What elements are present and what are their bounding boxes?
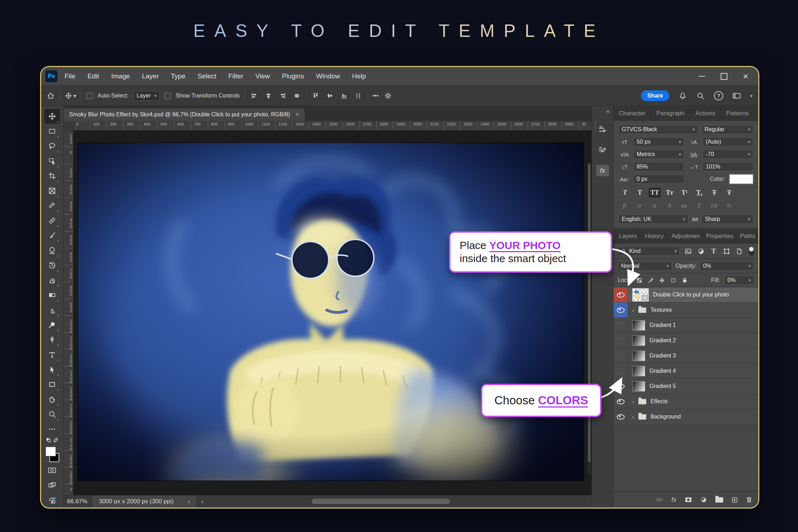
group-chevron-icon[interactable]: › — [632, 399, 634, 405]
move-tool[interactable] — [44, 109, 60, 124]
font-style-dropdown[interactable]: Regular▾ — [702, 125, 753, 134]
link-layers-icon[interactable] — [656, 497, 663, 502]
clone-stamp-tool[interactable] — [44, 243, 60, 258]
expand-panels-icon[interactable]: « — [606, 108, 613, 115]
layer-row[interactable]: › Double Click to put your photo — [614, 287, 758, 303]
close-icon[interactable]: × — [743, 74, 748, 79]
history-brush-tool[interactable] — [44, 258, 60, 273]
menu-item[interactable]: Select — [198, 72, 216, 80]
chevron-down-icon[interactable]: ▾ — [750, 93, 753, 99]
filter-adjustment-layers-icon[interactable] — [696, 247, 705, 255]
font-size-dropdown[interactable]: 50 px▾ — [633, 137, 684, 146]
distribute-horizontal-icon[interactable] — [354, 92, 362, 100]
format-button[interactable]: T — [633, 187, 646, 198]
menu-item[interactable]: View — [255, 72, 270, 80]
filter-shape-layers-icon[interactable] — [722, 247, 731, 255]
menu-item[interactable]: Plugins — [282, 72, 304, 80]
new-layer-icon[interactable] — [732, 497, 738, 503]
rectangular-marquee-tool[interactable] — [44, 124, 60, 139]
foreground-color-swatch[interactable] — [46, 447, 56, 456]
zoom-tool[interactable] — [44, 407, 60, 422]
document-tab[interactable]: Smoky Blur Photo Effect by Sko4.psd @ 66… — [63, 108, 305, 121]
add-layer-mask-icon[interactable] — [685, 497, 692, 503]
spot-healing-brush-tool[interactable] — [44, 213, 60, 228]
layer-visibility-toggle[interactable] — [614, 303, 628, 317]
vertical-scale-field[interactable]: 85% — [633, 162, 684, 171]
filter-type-layers-icon[interactable]: T — [709, 247, 718, 255]
panel-tab[interactable]: History — [639, 229, 666, 244]
distribute-bottom-icon[interactable] — [340, 92, 348, 100]
opentype-button[interactable]: ½ — [723, 201, 735, 210]
delete-layer-icon[interactable] — [746, 497, 752, 503]
swap-colors-icon[interactable] — [53, 437, 59, 444]
group-chevron-icon[interactable]: › — [632, 414, 634, 420]
menu-item[interactable]: Layer — [142, 72, 159, 80]
menu-item[interactable]: Help — [352, 72, 366, 80]
vertical-scrollbar[interactable] — [588, 162, 591, 475]
language-dropdown[interactable]: English: UK▾ — [619, 215, 688, 224]
foreground-background-swatches[interactable] — [44, 446, 60, 463]
kerning-dropdown[interactable]: Metrics▾ — [633, 150, 684, 159]
gradient-thumbnail[interactable] — [632, 366, 645, 376]
opentype-button[interactable]: aa — [678, 201, 690, 210]
gradient-thumbnail[interactable] — [632, 381, 645, 392]
capture-share-icon[interactable] — [44, 493, 60, 508]
layer-row[interactable]: › Background — [614, 409, 758, 425]
format-button[interactable]: T¹ — [678, 187, 691, 198]
screen-mode-icon[interactable] — [44, 478, 60, 493]
filter-pixel-layers-icon[interactable] — [683, 247, 693, 255]
panel-tab[interactable]: Layers — [614, 229, 639, 244]
eyedropper-tool[interactable] — [44, 198, 60, 213]
gradient-thumbnail[interactable] — [632, 320, 645, 331]
layer-row[interactable]: › Gradient 2 — [614, 333, 758, 348]
gradient-thumbnail[interactable] — [632, 336, 645, 346]
layer-visibility-toggle[interactable] — [614, 379, 628, 394]
fill-dropdown[interactable]: 0%▾ — [724, 276, 754, 285]
new-group-icon[interactable] — [715, 497, 723, 503]
styles-fx-panel-icon[interactable]: fx — [596, 165, 609, 176]
new-adjustment-layer-icon[interactable] — [700, 497, 707, 503]
default-colors-icon[interactable] — [46, 437, 51, 444]
anti-alias-dropdown[interactable]: Sharp▾ — [702, 215, 753, 224]
layer-row[interactable]: › Gradient 5 — [614, 379, 758, 394]
crop-tool[interactable] — [44, 168, 60, 183]
menu-item[interactable]: Filter — [228, 72, 243, 80]
menu-item[interactable]: Window — [316, 72, 340, 80]
opentype-button[interactable]: st — [648, 201, 660, 210]
canvas-pasteboard[interactable] — [73, 131, 592, 495]
panel-tab[interactable]: Paragraph — [651, 106, 690, 121]
layer-row[interactable]: › Gradient 4 — [614, 364, 758, 379]
format-button[interactable]: Ŧ — [723, 187, 736, 198]
minimize-icon[interactable] — [699, 76, 705, 77]
align-right-icon[interactable] — [278, 92, 287, 100]
layer-visibility-toggle[interactable] — [614, 364, 628, 378]
zoom-level[interactable]: 66.67% — [63, 498, 93, 505]
align-center-h-icon[interactable] — [264, 92, 273, 100]
document-canvas-image[interactable] — [78, 143, 583, 481]
opentype-button[interactable]: A — [663, 201, 675, 210]
align-left-icon[interactable] — [250, 92, 259, 100]
edit-toolbar-icon[interactable] — [44, 422, 60, 437]
panel-tab[interactable]: Actions — [690, 106, 721, 121]
horizontal-scale-field[interactable]: 101% — [703, 162, 753, 171]
status-prev-icon[interactable]: ‹ — [196, 498, 208, 505]
lock-artboard-icon[interactable] — [670, 277, 677, 284]
panel-tab[interactable]: Properties — [701, 229, 735, 244]
lasso-tool[interactable] — [44, 139, 60, 154]
panel-tab[interactable]: Character — [614, 106, 651, 121]
layer-row[interactable]: › Gradient 1 — [614, 318, 758, 333]
move-tool-preset-icon[interactable]: ▾ — [65, 92, 76, 99]
menu-item[interactable]: Image — [111, 72, 130, 80]
smudge-tool[interactable] — [44, 303, 60, 317]
gradient-tool[interactable] — [44, 288, 60, 303]
leading-dropdown[interactable]: (Auto)▾ — [703, 137, 753, 146]
pen-tool[interactable] — [44, 332, 60, 347]
gradient-thumbnail[interactable] — [632, 351, 645, 361]
layer-visibility-toggle[interactable] — [614, 348, 628, 363]
layer-visibility-toggle[interactable] — [614, 318, 628, 333]
lock-pixels-icon[interactable] — [647, 277, 654, 284]
opentype-button[interactable]: T — [693, 201, 705, 210]
filter-smart-objects-icon[interactable] — [735, 247, 744, 255]
distribute-top-icon[interactable] — [311, 92, 320, 100]
layer-visibility-toggle[interactable] — [614, 409, 628, 424]
